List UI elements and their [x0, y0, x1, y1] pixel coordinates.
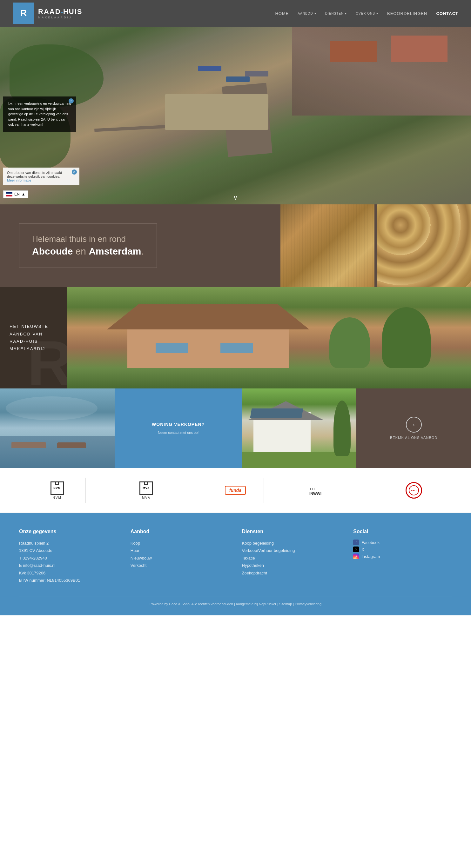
facebook-label: Facebook — [361, 540, 380, 545]
house2-image-cell — [242, 389, 357, 468]
announcement-text: I.v.m. een verbouwing en verduurzaming v… — [8, 101, 71, 127]
social-x[interactable]: ✕ X — [353, 547, 452, 552]
x-label: X — [361, 547, 364, 552]
footer-email[interactable]: E info@raad-huis.nl — [19, 562, 118, 569]
aanbod-left: R HET NIEUWSTE AANBOD VAN RAAD-HUIS MAKE… — [0, 287, 67, 389]
footer-koop-begleiding-link[interactable]: Koop begeleiding — [242, 539, 341, 547]
aanbod-house-image — [67, 287, 471, 389]
footer-btw: BTW nummer: NL814055369B01 — [19, 577, 118, 584]
svg-text:INWWI: INWWI — [310, 492, 321, 496]
footer-taxatie-link[interactable]: Taxatie — [242, 554, 341, 562]
sell-cell[interactable]: WONING VERKOPEN? Neem contact met ons op… — [115, 389, 242, 468]
footer-address2: 1391 CV Abcoude — [19, 547, 118, 554]
bekijk-label: BEKIJK AL ONS AANBOD — [390, 436, 437, 439]
footer-zoekopdracht-link[interactable]: Zoekopdracht — [242, 569, 341, 577]
logs-image — [377, 205, 471, 287]
partner-nvm: NVM NVM — [29, 478, 86, 503]
tagline-city2: Amsterdam — [89, 246, 141, 256]
bekijk-cell[interactable]: › BEKIJK AL ONS AANBOD — [356, 389, 471, 468]
lang-label: EN — [14, 192, 20, 196]
footer-nieuwbouw-link[interactable]: Nieuwbouw — [130, 554, 229, 562]
svg-text:╵╵╵╵: ╵╵╵╵ — [310, 488, 317, 492]
aanbod-section: R HET NIEUWSTE AANBOD VAN RAAD-HUIS MAKE… — [0, 287, 471, 389]
footer-col-social: Social f Facebook ✕ X ◎ Instagram — [353, 529, 452, 584]
tagline-connector: en — [76, 246, 89, 256]
footer-col-aanbod: Aanbod Koop Huur Nieuwbouw Verkocht — [130, 529, 229, 584]
lang-chevron: ▲ — [22, 192, 25, 196]
footer-grid: Onze gegevens Raadhuisplein 2 1391 CV Ab… — [19, 529, 452, 584]
hero-section: ✕ I.v.m. een verbouwing en verduurzaming… — [0, 27, 471, 205]
svg-text:R: R — [20, 8, 27, 18]
tagline-left: Helemaal thuis in en rond Abcoude en Ams… — [0, 205, 281, 287]
tagline-images — [281, 205, 471, 287]
flag-icon — [6, 192, 12, 196]
nav-aanbod[interactable]: AANBOD ▾ — [298, 12, 316, 15]
footer-bottom-text: Powered by Coco & Sono. Alle rechten voo… — [19, 602, 452, 606]
mva-label: MVA — [142, 496, 151, 499]
footer-verkocht-link[interactable]: Verkocht — [130, 562, 229, 569]
footer-aanbod-title: Aanbod — [130, 529, 229, 534]
footer-huur-link[interactable]: Huur — [130, 547, 229, 554]
facebook-icon: f — [353, 539, 359, 545]
cookie-close[interactable]: ✕ — [72, 169, 77, 175]
header: R RAAD - HUIS MAKELAARDIJ HOME AANBOD ▾ … — [0, 0, 471, 27]
footer-phone: T 0294-282940 — [19, 554, 118, 562]
tagline-period: . — [141, 246, 144, 256]
nav-beoordelingen[interactable]: BEOORDELINGEN — [387, 11, 427, 16]
footer-bottom: Powered by Coco & Sono. Alle rechten voo… — [19, 597, 452, 606]
logo-box: R — [13, 3, 34, 24]
partner-mva: MVA MVA — [118, 478, 175, 503]
sell-subtitle: Neem contact met ons op! — [158, 431, 199, 434]
image-divider — [375, 205, 377, 287]
social-facebook[interactable]: f Facebook — [353, 539, 452, 545]
footer-gegevens-title: Onze gegevens — [19, 529, 118, 534]
tagline-cities: Abcoude en Amsterdam. — [32, 245, 144, 258]
partner-vbo: VBO — [385, 478, 442, 503]
wood-image — [281, 205, 375, 287]
partner-funda: funda — [207, 478, 264, 503]
nvm-label: NVM — [53, 496, 62, 499]
nav-home[interactable]: HOME — [275, 11, 289, 16]
partner-inwwi: ╵╵╵╵ INWWI — [296, 478, 353, 503]
cookie-bar: ✕ Om u beter van dienst te zijn maakt de… — [3, 167, 80, 185]
nav-over-ons[interactable]: OVER ONS ▾ — [356, 12, 378, 15]
tagline-section: Helemaal thuis in en rond Abcoude en Ams… — [0, 205, 471, 287]
social-instagram[interactable]: ◎ Instagram — [353, 554, 452, 559]
aanbod-title: HET NIEUWSTE AANBOD VAN RAAD-HUIS MAKELA… — [9, 323, 57, 352]
scroll-arrow[interactable]: ∨ — [233, 194, 238, 201]
footer-col-diensten: Diensten Koop begeleiding Verkoop/Verhuu… — [242, 529, 341, 584]
announcement-box: ✕ I.v.m. een verbouwing en verduurzaming… — [3, 96, 76, 132]
announcement-close[interactable]: ✕ — [68, 98, 74, 103]
footer-social-title: Social — [353, 529, 452, 534]
logo-raad: RAAD — [38, 8, 61, 16]
lang-selector[interactable]: EN ▲ — [3, 190, 28, 198]
instagram-icon: ◎ — [353, 554, 359, 559]
nav: HOME AANBOD ▾ DIENSTEN ▾ OVER ONS ▾ BEOO… — [275, 11, 458, 16]
nav-contact[interactable]: CONTACT — [436, 11, 458, 16]
footer-col-gegevens: Onze gegevens Raadhuisplein 2 1391 CV Ab… — [19, 529, 118, 584]
tagline-line1: Helemaal thuis in en rond — [32, 233, 144, 245]
logo-makelaardij: MAKELAARDIJ — [38, 16, 82, 19]
water-image-cell — [0, 389, 115, 468]
footer: Onze gegevens Raadhuisplein 2 1391 CV Ab… — [0, 513, 471, 615]
footer-diensten-title: Diensten — [242, 529, 341, 534]
footer-address1: Raadhuisplein 2 — [19, 539, 118, 547]
instagram-label: Instagram — [361, 554, 380, 559]
sell-title: WONING VERKOPEN? — [152, 422, 205, 427]
footer-koop-link[interactable]: Koop — [130, 539, 229, 547]
logo[interactable]: R RAAD - HUIS MAKELAARDIJ — [13, 3, 82, 24]
footer-kvk: Kvk 30179266 — [19, 569, 118, 577]
grid-section: WONING VERKOPEN? Neem contact met ons op… — [0, 389, 471, 468]
partners-section: NVM NVM MVA MVA funda ╵╵╵╵ INWWI — [0, 468, 471, 513]
funda-label: funda — [229, 488, 241, 493]
tagline-city1: Abcoude — [32, 246, 73, 256]
nav-diensten[interactable]: DIENSTEN ▾ — [325, 12, 347, 15]
footer-verkoop-link[interactable]: Verkoop/Verhuur begeleiding — [242, 547, 341, 554]
logo-huis: HUIS — [63, 8, 83, 16]
x-icon: ✕ — [353, 547, 359, 552]
cookie-text: Om u beter van dienst te zijn maakt deze… — [7, 171, 69, 178]
cookie-more-link[interactable]: Meer informatie — [7, 178, 31, 182]
footer-hypotheken-link[interactable]: Hypotheken — [242, 562, 341, 569]
tagline-text: Helemaal thuis in en rond Abcoude en Ams… — [19, 223, 157, 268]
bekijk-arrow[interactable]: › — [406, 417, 422, 433]
